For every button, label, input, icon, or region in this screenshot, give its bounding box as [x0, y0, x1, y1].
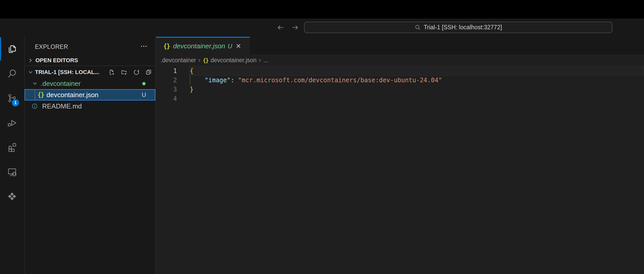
tree-item-devcontainer-json-selected[interactable]: {} devcontainer.json U — [25, 89, 155, 101]
explorer-icon[interactable] — [0, 37, 24, 61]
explorer-actions — [108, 69, 152, 76]
indent-token — [190, 77, 205, 84]
top-black-strip — [0, 0, 644, 19]
run-and-debug-icon[interactable] — [0, 111, 24, 135]
git-untracked-badge: U — [142, 91, 146, 98]
json-file-icon: {} — [163, 43, 170, 50]
line-number-1[interactable]: 1 — [156, 66, 177, 76]
containers-icon[interactable] — [0, 185, 24, 208]
sidebar-title: EXPLORER — [35, 43, 68, 50]
new-file-icon[interactable] — [108, 69, 115, 76]
code-line-1[interactable]: { — [190, 66, 193, 76]
navigate-forward-icon[interactable] — [291, 24, 299, 31]
chevron-down-icon — [32, 81, 37, 86]
breadcrumb: .devcontainer › {} devcontainer.json › .… — [156, 54, 644, 66]
colon-token: : — [231, 77, 238, 84]
title-bar: Trial-1 [SSH: localhost:32772] — [0, 19, 644, 37]
tab-git-untracked-badge: U — [228, 43, 232, 50]
tab-label: devcontainer.json — [173, 42, 225, 50]
editor-group: {} devcontainer.json U ✕ .devcontainer ›… — [156, 37, 644, 274]
git-modified-dot — [142, 82, 146, 85]
chevron-separator: › — [198, 57, 201, 64]
new-folder-icon[interactable] — [120, 69, 128, 76]
more-actions-icon[interactable] — [139, 42, 148, 51]
window-title: Trial-1 [SSH: localhost:32772] — [424, 24, 502, 31]
tree-indent-guide — [35, 89, 35, 101]
chevron-separator: › — [259, 57, 261, 64]
chevron-down-icon — [28, 70, 33, 75]
sidebar-header: EXPLORER — [25, 37, 155, 55]
json-string-token: "mcr.microsoft.com/devcontainers/base:de… — [238, 77, 442, 84]
explorer-sidebar: EXPLORER OPEN EDITORS TRIAL-1 [SSH: LOCA… — [25, 37, 156, 274]
refresh-icon[interactable] — [133, 69, 140, 76]
command-center[interactable]: Trial-1 [SSH: localhost:32772] — [304, 22, 612, 33]
vscode-window: Trial-1 [SSH: localhost:32772] 1 — [0, 0, 644, 274]
source-control-icon[interactable] — [0, 86, 24, 110]
json-file-icon: {} — [203, 57, 208, 63]
remote-explorer-icon[interactable] — [0, 160, 24, 184]
open-editors-label: OPEN EDITORS — [35, 57, 78, 64]
collapse-all-icon[interactable] — [145, 69, 152, 76]
json-file-icon: {} — [37, 91, 44, 98]
workspace-section[interactable]: TRIAL-1 [SSH: LOCAL... — [25, 66, 155, 78]
line-number-3[interactable]: 3 — [156, 85, 177, 94]
tree-item-readme[interactable]: README.md — [25, 101, 155, 112]
code-editor[interactable]: 1 2 3 4 { "image": "mcr.microsoft.com/de… — [156, 66, 644, 274]
extensions-icon[interactable] — [0, 135, 24, 159]
folder-name: .devcontainer — [41, 80, 81, 88]
close-brace-token: } — [190, 86, 193, 93]
info-file-icon — [31, 103, 38, 109]
current-line-highlight — [189, 66, 644, 76]
breadcrumb-file[interactable]: devcontainer.json — [211, 57, 257, 64]
tree-item-devcontainer-folder[interactable]: .devcontainer — [25, 78, 155, 89]
json-key-token: "image" — [205, 77, 231, 84]
navigate-back-icon[interactable] — [277, 24, 284, 31]
open-brace-token: { — [190, 67, 193, 75]
line-number-2[interactable]: 2 — [156, 76, 177, 85]
activity-bar: 1 — [0, 37, 25, 274]
open-editors-section[interactable]: OPEN EDITORS — [25, 55, 155, 66]
code-line-2[interactable]: "image": "mcr.microsoft.com/devcontainer… — [190, 76, 442, 85]
workspace-label: TRIAL-1 [SSH: LOCAL... — [35, 69, 99, 76]
breadcrumb-symbol-tail[interactable]: ... — [263, 57, 268, 64]
chevron-right-icon — [28, 58, 33, 63]
file-name: README.md — [42, 102, 82, 110]
scm-changes-badge: 1 — [12, 99, 19, 106]
breadcrumb-folder[interactable]: .devcontainer — [160, 57, 196, 64]
search-icon — [414, 24, 421, 31]
file-name: devcontainer.json — [46, 91, 98, 99]
code-line-3[interactable]: } — [190, 85, 193, 94]
tab-bar: {} devcontainer.json U ✕ — [156, 37, 644, 54]
line-number-4[interactable]: 4 — [156, 94, 177, 103]
close-icon[interactable]: ✕ — [236, 42, 241, 50]
search-view-icon[interactable] — [0, 62, 24, 86]
tab-devcontainer-json[interactable]: {} devcontainer.json U ✕ — [156, 37, 250, 54]
